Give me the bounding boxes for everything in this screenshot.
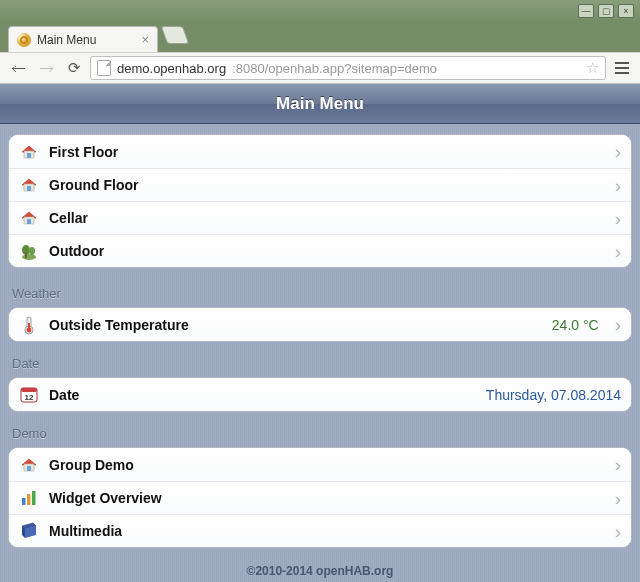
list-item[interactable]: Widget Overview› [9,481,631,514]
list-group: Outside Temperature24.0 °C› [8,307,632,342]
svg-point-16 [27,327,32,332]
menu-button[interactable] [610,62,634,74]
window-minimize-button[interactable]: — [578,4,594,18]
media-icon [19,521,39,541]
section-header: Weather [0,268,640,307]
browser-tab[interactable]: Main Menu × [8,26,158,52]
chevron-right-icon: › [615,522,621,541]
floor-icon [19,142,39,162]
list-item[interactable]: Multimedia› [9,514,631,547]
forward-button[interactable]: 🡒 [34,56,58,80]
url-host: demo.openhab.org [117,61,226,76]
list-group: 12DateThursday, 07.08.2014 [8,377,632,412]
list-item[interactable]: Outdoor› [9,234,631,267]
thermo-icon [19,315,39,335]
svg-rect-18 [21,388,37,392]
floor-icon [19,208,39,228]
list-item-label: Date [49,387,79,403]
tab-title: Main Menu [37,33,96,47]
new-tab-button[interactable] [161,26,190,44]
app-header: Main Menu [0,84,640,124]
list-item-label: Outside Temperature [49,317,189,333]
list-item[interactable]: Ground Floor› [9,168,631,201]
window-close-button[interactable]: × [618,4,634,18]
list-group: First Floor›Ground Floor›Cellar›Outdoor› [8,134,632,268]
chevron-right-icon: › [615,209,621,228]
svg-rect-8 [27,219,31,224]
svg-rect-24 [27,494,31,505]
favicon-icon [17,33,31,47]
chevron-right-icon: › [615,242,621,261]
svg-text:12: 12 [25,392,34,401]
chevron-right-icon: › [615,176,621,195]
list-item-label: Multimedia [49,523,122,539]
chevron-right-icon: › [615,489,621,508]
list-item-value: Thursday, 07.08.2014 [486,387,621,403]
back-button[interactable]: 🡐 [6,56,30,80]
list-item-label: First Floor [49,144,118,160]
svg-rect-5 [27,186,31,191]
section-header: Demo [0,412,640,447]
reload-button[interactable]: ⟳ [62,56,86,80]
svg-rect-23 [22,498,26,505]
list-item-label: Outdoor [49,243,104,259]
browser-toolbar: 🡐 🡒 ⟳ demo.openhab.org:8080/openhab.app?… [0,52,640,84]
svg-rect-25 [32,491,36,505]
svg-rect-22 [27,466,31,471]
list-item-label: Widget Overview [49,490,162,506]
list-item[interactable]: Group Demo› [9,448,631,481]
list-item-label: Group Demo [49,457,134,473]
list-item-value: 24.0 °C [552,317,599,333]
floor-icon [19,455,39,475]
outdoor-icon [19,241,39,261]
calendar-icon: 12 [19,385,39,405]
page-viewport: Main Menu First Floor›Ground Floor›Cella… [0,84,640,582]
app-title: Main Menu [276,94,364,114]
svg-rect-2 [27,153,31,158]
list-item[interactable]: Outside Temperature24.0 °C› [9,308,631,341]
footer: ©2010-2014 openHAB.org [0,548,640,582]
floor-icon [19,175,39,195]
list-item: 12DateThursday, 07.08.2014 [9,378,631,411]
chart-icon [19,488,39,508]
address-bar[interactable]: demo.openhab.org:8080/openhab.app?sitema… [90,56,606,80]
window-maximize-button[interactable]: ▢ [598,4,614,18]
list-item[interactable]: First Floor› [9,135,631,168]
list-item-label: Ground Floor [49,177,138,193]
svg-rect-11 [25,253,27,258]
tab-strip: Main Menu × [0,22,640,52]
svg-point-9 [22,254,36,260]
bookmark-star-icon[interactable]: ☆ [586,59,599,77]
chevron-right-icon: › [615,455,621,474]
window-titlebar: — ▢ × [0,0,640,22]
list-group: Group Demo›Widget Overview›Multimedia› [8,447,632,548]
svg-point-12 [29,247,35,255]
url-path: :8080/openhab.app?sitemap=demo [232,61,437,76]
section-header: Date [0,342,640,377]
tab-close-icon[interactable]: × [141,32,149,47]
page-icon [97,60,111,76]
chevron-right-icon: › [615,142,621,161]
list-item[interactable]: Cellar› [9,201,631,234]
list-item-label: Cellar [49,210,88,226]
chevron-right-icon: › [615,315,621,334]
